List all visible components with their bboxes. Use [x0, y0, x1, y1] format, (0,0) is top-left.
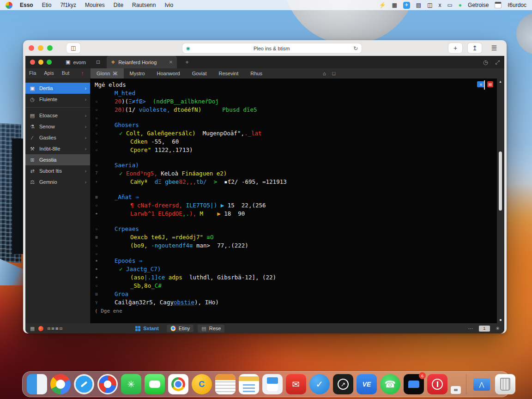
taskbar-record-icon[interactable]	[38, 326, 43, 331]
upload-arrow-icon[interactable]: ↑	[81, 70, 84, 77]
chat-black-icon[interactable]: 6	[404, 374, 424, 394]
remote-new-tab-button[interactable]: +	[185, 59, 189, 66]
chrome-task-label: Etiny	[179, 326, 190, 331]
code-panel[interactable]: ≡ ▤ Mgė elodsM_hted▫20)(Ξ≠fŒ> (nddPB__ai…	[91, 79, 504, 323]
compass-black-icon[interactable]: ↗	[333, 374, 353, 394]
scroll-up-icon[interactable]: ▲	[499, 80, 502, 83]
textedit-icon[interactable]	[262, 374, 283, 394]
taskbar-grid-icon[interactable]: ▦	[30, 326, 35, 332]
pin-box-icon[interactable]: ⊡	[96, 59, 100, 65]
remote-menu-2[interactable]: Apis	[44, 70, 54, 77]
mail-red-icon[interactable]: ✉	[286, 374, 306, 394]
remote-minimize-button[interactable]	[38, 60, 43, 65]
alert-icon[interactable]: ▤	[487, 81, 493, 87]
sidebar-item-fluiente[interactable]: ◷Fluiente›	[25, 94, 90, 105]
sidebar-item-gemnio[interactable]: ⚖Gemnio›	[25, 176, 90, 187]
remote-menu-1[interactable]: Fla	[29, 70, 36, 77]
tab-close-icon[interactable]: ✕	[169, 60, 173, 65]
privacy-shield-icon[interactable]: ◉	[186, 46, 190, 51]
home-icon[interactable]: ⌂	[323, 71, 326, 76]
notes-folder-icon[interactable]	[215, 374, 236, 394]
chrome-icon[interactable]	[168, 374, 188, 394]
sidebar-item-senow[interactable]: ⚗Senow›	[25, 121, 90, 132]
remote-zoom-button[interactable]	[47, 60, 52, 65]
sidebar-item-subort-ltis[interactable]: ⇄Subort ltis›	[25, 165, 90, 176]
toggle-icon[interactable]: ●	[459, 2, 462, 8]
check-app-icon[interactable]: ✓	[309, 374, 330, 394]
settings-asterisk-icon[interactable]: ✳	[496, 326, 500, 332]
scroll-down-icon[interactable]	[500, 319, 502, 321]
text-x-icon[interactable]: x	[438, 2, 441, 8]
green-app-icon[interactable]: ✳	[121, 374, 141, 394]
view-tab-resevint[interactable]: Resevint	[212, 68, 244, 79]
safari-gray-icon[interactable]	[74, 374, 94, 394]
share-button[interactable]: ↥	[468, 43, 482, 53]
photos-icon[interactable]: ▦	[392, 2, 397, 8]
calendar-icon[interactable]	[495, 2, 502, 8]
mini-window-icon[interactable]	[451, 386, 461, 394]
docs-blue-icon[interactable]: VE	[357, 374, 377, 394]
sidebar-item-dertia[interactable]: ▣Dertia›	[25, 83, 90, 94]
history-icon[interactable]: ◷	[483, 59, 488, 66]
gutter-mark: ▪	[91, 210, 103, 218]
menu-item-1[interactable]: Esso	[20, 2, 33, 8]
code-line-text: 20)(1/ vüolèste, dtoééfN) Pbusd dïe5	[103, 106, 257, 114]
chrome-yellow-icon[interactable]: C	[192, 374, 212, 394]
activity-icon[interactable]: ⚡	[379, 2, 386, 8]
emblem-red-icon[interactable]	[427, 374, 447, 394]
zoom-button[interactable]	[47, 45, 53, 51]
address-bar[interactable]: ◉ Pleo ins & btism ↻	[182, 43, 362, 53]
window-icon[interactable]: ▭	[447, 2, 452, 8]
pinned-item[interactable]: ▣ evorn	[66, 59, 86, 65]
code-line-text: Saeria)	[103, 161, 139, 169]
system-logo-icon[interactable]	[6, 2, 12, 9]
reload-icon[interactable]: ↻	[353, 45, 358, 52]
view-tab-glonn[interactable]: GlonnЖ	[91, 68, 124, 79]
remote-close-button[interactable]	[30, 60, 35, 65]
code-segment: ), IHo)	[194, 299, 219, 306]
view-tab-hoanword[interactable]: Hoanword	[151, 68, 186, 79]
trash-icon[interactable]	[495, 374, 515, 394]
more-icon[interactable]: ⋯	[468, 326, 473, 332]
status-text-1[interactable]: Getroise	[468, 2, 489, 8]
safari-red-icon[interactable]	[97, 374, 118, 394]
menu-item-7[interactable]: Ivio	[164, 2, 173, 8]
notes-icon[interactable]	[239, 374, 259, 394]
messages-icon[interactable]	[145, 374, 165, 394]
browser-sidebar-button[interactable]: ◫	[66, 43, 80, 53]
scrollbar-thumb[interactable]	[499, 151, 502, 211]
chrome-task-button[interactable]: Etiny	[167, 325, 193, 332]
minimize-button[interactable]	[38, 45, 43, 51]
sidebar-item-etoacse[interactable]: ▤Etoacse›	[25, 110, 90, 121]
expand-icon[interactable]: ⤢	[495, 59, 500, 66]
files-folder-icon[interactable]: ⋀	[472, 374, 492, 394]
menu-item-4[interactable]: Mouires	[85, 2, 105, 8]
close-button[interactable]	[29, 45, 34, 51]
maps-ball-icon[interactable]	[50, 374, 71, 394]
menu-item-3[interactable]: 7f1kyz	[60, 2, 76, 8]
start-button[interactable]: Sxtant	[132, 325, 163, 332]
tab-overview-button[interactable]: ☰	[487, 43, 501, 53]
new-tab-button[interactable]: +	[448, 43, 462, 53]
status-clock-text[interactable]: ℓ6urdoc	[508, 2, 526, 8]
stop-icon[interactable]: □	[332, 71, 336, 76]
view-tab-rhus[interactable]: Rhus	[244, 68, 268, 79]
menu-item-6[interactable]: Rautsenn	[132, 2, 156, 8]
display-icon[interactable]: ◫	[427, 2, 432, 8]
scrollbar-track[interactable]: ▲	[497, 79, 504, 323]
finder-icon[interactable]	[27, 374, 47, 394]
view-tab-mystro[interactable]: Mystro	[124, 68, 151, 79]
active-remote-tab[interactable]: ❖ Reianferd Horiog ✕	[107, 56, 177, 68]
window-count-badge[interactable]: 1	[479, 326, 490, 332]
airdrop-icon[interactable]: ✈	[403, 2, 410, 9]
calculator-icon[interactable]: ▤	[416, 2, 421, 8]
remote-menu-3[interactable]: But	[62, 70, 70, 77]
menu-item-5[interactable]: Dite	[114, 2, 123, 8]
sidebar-item-in-bt-8lle[interactable]: ⚒Inóbt-8lle›	[25, 143, 90, 154]
phone-green-icon[interactable]: ☎	[380, 374, 400, 394]
menu-item-2[interactable]: Etio	[42, 2, 52, 8]
view-tab-goviat[interactable]: Goviat	[186, 68, 213, 79]
sidebar-item-gesstia[interactable]: ⊞Gesstia	[25, 154, 90, 165]
third-task-button[interactable]: ▤ Rese	[198, 325, 224, 332]
sidebar-item-gaslies[interactable]: ∕Gaslies›	[25, 132, 90, 143]
